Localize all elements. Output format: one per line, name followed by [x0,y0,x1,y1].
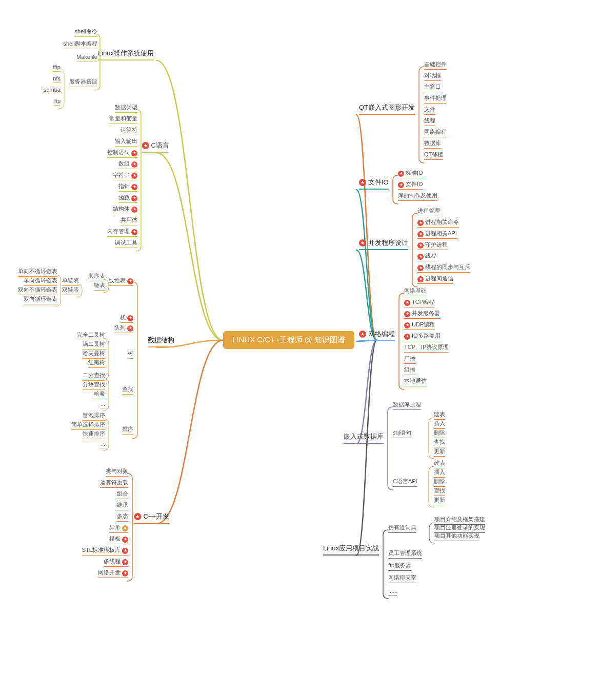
leaf2-满二叉树[interactable]: 满二叉树 [83,340,105,349]
leaf-r3-3[interactable]: ★UDP编程 [404,321,435,330]
leaf-r2-3[interactable]: ★守护进程 [417,241,448,250]
leaf-r0-1[interactable]: 对话框 [424,72,441,81]
leaf-r1-1[interactable]: ★文件IO [398,180,423,190]
leaf-网络开发[interactable]: 网络开发★ [98,569,128,578]
leaf-服务器搭建[interactable]: 服务器搭建 [69,78,97,87]
leaf-r3-6[interactable]: 广播 [404,355,415,364]
leaf-tftp[interactable]: tftp [53,64,61,72]
leaf2-完全二叉树[interactable]: 完全二叉树 [77,331,105,340]
leaf-pj-0-2[interactable]: 项目其他功能实现 [434,532,479,541]
leaf2-链表[interactable]: 链表 [94,281,105,291]
leaf-查找[interactable]: 查找 [122,385,133,395]
leaf-shell脚本编程[interactable]: shell脚本编程 [63,40,97,49]
leaf-r0-7[interactable]: 数据库 [424,139,441,149]
leaf-pj-0[interactable]: 仿有道词典 [388,524,416,533]
leaf-STL标准模板库[interactable]: STL标准模板库★ [82,546,128,555]
leaf-字符串[interactable]: 字符串★ [113,171,137,180]
leaf3-双链表[interactable]: 双链表 [62,286,79,295]
leaf-db-1-1[interactable]: 插入 [434,420,445,429]
branch-r1[interactable]: ★文件IO [359,178,389,190]
leaf2-二分查找[interactable]: 二分查找 [83,372,105,381]
leaf-r0-8[interactable]: QT移植 [424,151,443,160]
leaf-pj-1[interactable]: 员工管理系统 [388,549,422,559]
leaf-数组[interactable]: 数组★ [118,160,137,169]
leaf2-...[interactable]: ... [101,441,105,448]
center-node[interactable]: LINUX C/C++工程师 @ 知识图谱 [223,331,354,349]
leaf-r0-6[interactable]: 网络编程 [424,128,447,137]
leaf-db-2-0[interactable]: 建表 [434,459,445,468]
leaf-线性表[interactable]: 线性表★ [109,277,133,286]
leaf-调试工具[interactable]: 调试工具 [115,239,137,248]
leaf-r0-4[interactable]: 文件 [424,106,435,115]
leaf2-快速排序[interactable]: 快速排序 [83,430,105,439]
leaf-输入输出[interactable]: 输入输出 [115,137,137,147]
leaf-常量和变量[interactable]: 常量和变量 [109,115,137,124]
leaf3-单链表[interactable]: 单链表 [62,277,79,286]
leaf-samba[interactable]: samba [44,87,61,94]
leaf-db-1-2[interactable]: 删除 [434,429,445,438]
leaf2-简单选择排序[interactable]: 简单选择排序 [71,421,105,430]
leaf2-冒泡排序[interactable]: 冒泡排序 [83,411,105,421]
leaf4-单向不循环链表[interactable]: 单向不循环链表 [18,267,57,277]
leaf-共用体[interactable]: 共用体 [121,216,137,225]
leaf-db-1-0[interactable]: 建表 [434,410,445,420]
leaf-db-2-3[interactable]: 查找 [434,487,445,496]
leaf-指针[interactable]: 指针★ [118,182,137,192]
leaf-树[interactable]: 树 [128,349,133,359]
branch-r0[interactable]: QT嵌入式图形开发 [359,103,415,115]
leaf-r0-0[interactable]: 基础控件 [424,60,447,70]
leaf-db-2-4[interactable]: 更新 [434,496,445,505]
leaf-db-2-1[interactable]: 插入 [434,468,445,478]
leaf-db-1[interactable]: sql语句 [393,429,411,438]
branch-r2[interactable]: ★并发程序设计 [359,238,408,250]
leaf-异常[interactable]: 异常● [109,524,128,533]
leaf-ftp[interactable]: ftp [54,98,61,106]
leaf-r2-2[interactable]: ★进程相关API [417,230,457,239]
leaf-函数[interactable]: 函数★ [118,194,137,203]
leaf-r2-1[interactable]: ★进程相关命令 [417,218,459,228]
leaf4-双向不循环链表[interactable]: 双向不循环链表 [18,286,57,295]
leaf-结构体[interactable]: 结构体★ [113,205,137,214]
leaf-r2-6[interactable]: ★进程间通信 [417,275,453,284]
leaf-栈[interactable]: 栈★ [120,314,133,323]
leaf-r3-4[interactable]: ★IO多路复用 [404,332,441,341]
branch-r3[interactable]: ★网络编程 [359,330,395,341]
leaf2-顺序表[interactable]: 顺序表 [88,272,105,281]
leaf4-单向循环链表[interactable]: 单向循环链表 [24,277,57,286]
leaf-r3-0[interactable]: 网络基础 [404,287,427,296]
leaf-pj-4[interactable]: ...... [388,588,397,595]
branch-db[interactable]: 嵌入式数据库 [344,432,384,444]
leaf-r3-5[interactable]: TCP、IP协议原理 [404,343,449,353]
leaf2-红黑树[interactable]: 红黑树 [88,359,105,368]
leaf-多态[interactable]: 多态 [117,512,128,522]
leaf-pj-3[interactable]: 网络聊天室 [388,574,416,583]
leaf-shell命令[interactable]: shell命令 [74,28,97,37]
leaf2-哈夫曼树[interactable]: 哈夫曼树 [83,349,105,359]
branch-ds[interactable]: 数据结构 [148,336,174,347]
leaf-pj-2[interactable]: ftp服务器 [388,562,411,571]
leaf-r2-4[interactable]: ★线程 [417,252,436,261]
leaf-r3-2[interactable]: ★并发服务器 [404,310,440,319]
leaf-r2-5[interactable]: ★线程的同步与互斥 [417,263,470,273]
leaf-排序[interactable]: 排序 [122,425,133,435]
leaf-r0-3[interactable]: 事件处理 [424,94,447,104]
leaf-Makefile[interactable]: Makefile [76,54,97,61]
leaf-组合[interactable]: 组合 [117,490,128,499]
leaf-r1-2[interactable]: 库的制作及使用 [398,192,437,201]
leaf-r2-0[interactable]: 进程管理 [417,207,440,216]
leaf-内存管理[interactable]: 内存管理★ [107,228,137,237]
leaf4-双向循环链表[interactable]: 双向循环链表 [24,295,57,304]
leaf-r0-2[interactable]: 主窗口 [424,83,441,92]
leaf-db-2[interactable]: C语言API [393,478,417,487]
leaf-db-0[interactable]: 数据库原理 [393,401,421,410]
branch-cpp[interactable]: ★C++开发 [134,512,169,524]
leaf-r1-0[interactable]: ★标准IO [398,169,423,178]
leaf-r0-5[interactable]: 线程 [424,117,435,126]
leaf-运算符[interactable]: 运算符 [121,126,137,135]
leaf-r3-7[interactable]: 组播 [404,366,415,375]
leaf-db-1-3[interactable]: 查找 [434,438,445,447]
leaf-多线程[interactable]: 多线程★ [104,558,128,567]
leaf-继承[interactable]: 继承 [117,501,128,510]
branch-linux-os[interactable]: Linux操作系统使用 [98,49,154,60]
leaf-db-1-4[interactable]: 更新 [434,447,445,457]
